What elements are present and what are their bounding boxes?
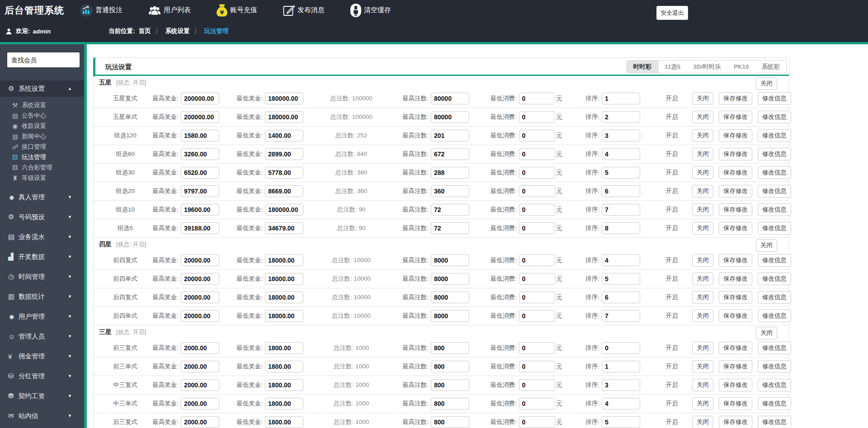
min-prize-input[interactable] xyxy=(265,167,303,179)
edit-info-button[interactable]: 修改信息 xyxy=(758,254,791,267)
sidebar-section-8[interactable]: ☺管理人员▼ xyxy=(0,326,84,346)
topnav-item-cache[interactable]: 清空缓存 xyxy=(350,4,391,17)
min-cost-input[interactable] xyxy=(519,222,555,234)
min-prize-input[interactable] xyxy=(265,93,303,104)
edit-info-button[interactable]: 修改信息 xyxy=(758,203,791,216)
max-prize-input[interactable] xyxy=(181,204,219,216)
min-cost-input[interactable] xyxy=(519,310,555,322)
min-prize-input[interactable] xyxy=(265,204,303,216)
tab-3[interactable]: PK10 xyxy=(727,61,755,73)
max-bets-input[interactable] xyxy=(431,416,469,428)
sidebar-item-7[interactable]: ♜等级设置 xyxy=(0,173,84,183)
sidebar-section-2[interactable]: ⚙号码预设▼ xyxy=(0,207,84,227)
sidebar-section-10[interactable]: ⛁分红管理▼ xyxy=(0,366,84,386)
max-prize-input[interactable] xyxy=(181,185,219,197)
save-button[interactable]: 保存修改 xyxy=(719,148,752,160)
max-prize-input[interactable] xyxy=(181,254,219,266)
min-cost-input[interactable] xyxy=(519,416,555,428)
sidebar-item-5[interactable]: ⚄玩法管理 xyxy=(0,152,84,162)
min-cost-input[interactable] xyxy=(519,93,555,104)
save-button[interactable]: 保存修改 xyxy=(719,111,752,123)
max-prize-input[interactable] xyxy=(181,379,219,391)
tab-4[interactable]: 系统彩 xyxy=(755,61,787,73)
save-button[interactable]: 保存修改 xyxy=(719,379,752,391)
logout-button[interactable]: 安全退出 xyxy=(656,6,688,20)
max-prize-input[interactable] xyxy=(181,130,219,141)
max-prize-input[interactable] xyxy=(181,310,219,322)
edit-info-button[interactable]: 修改信息 xyxy=(758,360,791,373)
save-button[interactable]: 保存修改 xyxy=(719,310,752,322)
max-prize-input[interactable] xyxy=(181,222,219,234)
sort-input[interactable] xyxy=(602,93,640,104)
close-button[interactable]: 关闭 xyxy=(692,203,713,216)
max-bets-input[interactable] xyxy=(431,398,469,409)
edit-info-button[interactable]: 修改信息 xyxy=(758,111,791,123)
min-prize-input[interactable] xyxy=(265,379,303,391)
close-button[interactable]: 关闭 xyxy=(692,416,713,428)
section-close-button[interactable]: 关闭 xyxy=(756,327,777,339)
min-cost-input[interactable] xyxy=(519,185,555,197)
max-bets-input[interactable] xyxy=(431,93,469,104)
max-prize-input[interactable] xyxy=(181,342,219,354)
sort-input[interactable] xyxy=(602,273,640,285)
save-button[interactable]: 保存修改 xyxy=(719,416,752,428)
max-bets-input[interactable] xyxy=(431,254,469,266)
section-close-button[interactable]: 关闭 xyxy=(756,239,777,252)
min-prize-input[interactable] xyxy=(265,148,303,160)
min-prize-input[interactable] xyxy=(265,342,303,354)
edit-info-button[interactable]: 修改信息 xyxy=(758,129,791,142)
edit-info-button[interactable]: 修改信息 xyxy=(758,310,791,322)
edit-info-button[interactable]: 修改信息 xyxy=(758,342,791,354)
edit-info-button[interactable]: 修改信息 xyxy=(758,379,791,391)
save-button[interactable]: 保存修改 xyxy=(719,291,752,304)
max-prize-input[interactable] xyxy=(181,292,219,303)
edit-info-button[interactable]: 修改信息 xyxy=(758,222,791,235)
topnav-item-recharge[interactable]: ¥账号充值 xyxy=(216,4,257,17)
save-button[interactable]: 保存修改 xyxy=(719,92,752,105)
save-button[interactable]: 保存修改 xyxy=(719,203,752,216)
min-cost-input[interactable] xyxy=(519,130,555,141)
sort-input[interactable] xyxy=(602,310,640,322)
topnav-item-bet[interactable]: 普通投注 xyxy=(80,4,123,17)
tab-2[interactable]: 3D/时时乐 xyxy=(687,61,727,73)
min-prize-input[interactable] xyxy=(265,273,303,285)
min-prize-input[interactable] xyxy=(265,222,303,234)
min-prize-input[interactable] xyxy=(265,130,303,141)
min-cost-input[interactable] xyxy=(519,398,555,409)
sidebar-section-9[interactable]: ¥佣金管理▼ xyxy=(0,346,84,366)
edit-info-button[interactable]: 修改信息 xyxy=(758,148,791,160)
edit-info-button[interactable]: 修改信息 xyxy=(758,185,791,198)
close-button[interactable]: 关闭 xyxy=(692,397,713,410)
sidebar-section-1[interactable]: ☻真人管理▼ xyxy=(0,187,84,207)
close-button[interactable]: 关闭 xyxy=(692,254,713,267)
topnav-item-users[interactable]: 用户列表 xyxy=(148,5,191,16)
min-prize-input[interactable] xyxy=(265,111,303,123)
save-button[interactable]: 保存修改 xyxy=(719,254,752,267)
save-button[interactable]: 保存修改 xyxy=(719,273,752,285)
max-bets-input[interactable] xyxy=(431,273,469,285)
max-prize-input[interactable] xyxy=(181,398,219,409)
sidebar-item-4[interactable]: ☍接口管理 xyxy=(0,141,84,152)
sort-input[interactable] xyxy=(602,185,640,197)
edit-info-button[interactable]: 修改信息 xyxy=(758,416,791,428)
sidebar-section-11[interactable]: ⛃契约工资▼ xyxy=(0,386,84,406)
close-button[interactable]: 关闭 xyxy=(692,148,713,160)
max-bets-input[interactable] xyxy=(431,204,469,216)
sidebar-item-2[interactable]: ◉收款设置 xyxy=(0,121,84,131)
sort-input[interactable] xyxy=(602,167,640,179)
max-bets-input[interactable] xyxy=(431,167,469,179)
member-search-input[interactable] xyxy=(7,52,80,67)
min-cost-input[interactable] xyxy=(519,111,555,123)
max-bets-input[interactable] xyxy=(431,342,469,354)
min-prize-input[interactable] xyxy=(265,361,303,372)
edit-info-button[interactable]: 修改信息 xyxy=(758,92,791,105)
breadcrumb-item[interactable]: 首页 xyxy=(139,27,151,35)
sort-input[interactable] xyxy=(602,361,640,372)
sort-input[interactable] xyxy=(602,148,640,160)
sort-input[interactable] xyxy=(602,254,640,266)
save-button[interactable]: 保存修改 xyxy=(719,397,752,410)
sidebar-section-6[interactable]: ▥数据统计▼ xyxy=(0,287,84,306)
close-button[interactable]: 关闭 xyxy=(692,291,713,304)
edit-info-button[interactable]: 修改信息 xyxy=(758,273,791,285)
save-button[interactable]: 保存修改 xyxy=(719,129,752,142)
